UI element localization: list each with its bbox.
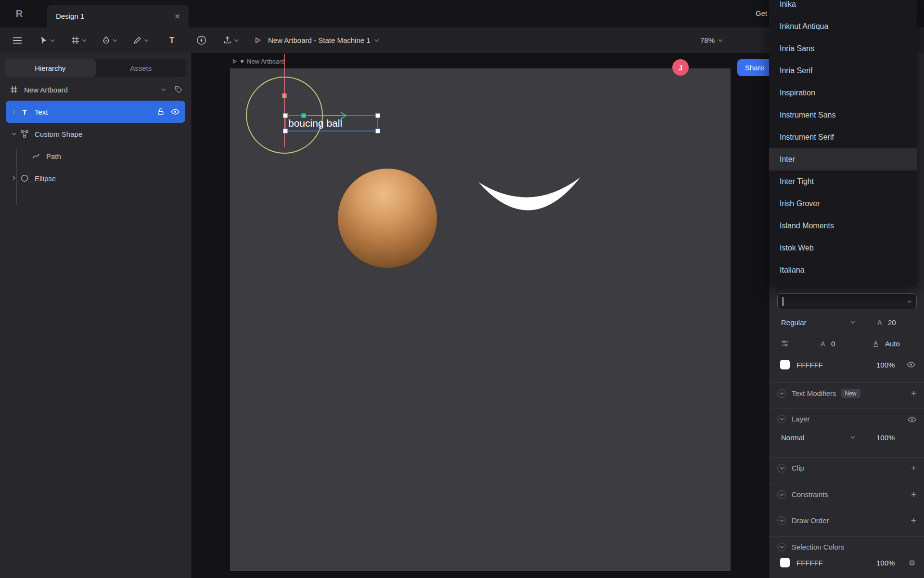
chevron-down-icon[interactable] [113, 39, 117, 42]
section-constraints[interactable]: Constraints + [770, 484, 924, 505]
chevron-down-icon[interactable] [907, 300, 911, 303]
plus-icon[interactable]: + [911, 389, 916, 398]
frame-icon [71, 36, 79, 44]
section-draw-order[interactable]: Draw Order + [770, 510, 924, 531]
blend-mode-row: Normal 100% [777, 429, 916, 446]
font-option[interactable]: Instrument Sans [769, 104, 917, 126]
layer-opacity-field[interactable]: 100% [876, 434, 895, 442]
line-height-field[interactable]: Auto [885, 340, 900, 348]
path-icon [32, 152, 40, 160]
font-option[interactable]: Italiana [769, 259, 917, 281]
hamburger-icon [13, 37, 22, 44]
font-option[interactable]: Inter Tight [769, 171, 917, 193]
export-button[interactable] [223, 27, 239, 53]
sphere-shape[interactable] [338, 169, 437, 268]
section-layer[interactable]: Layer [770, 408, 924, 429]
letter-spacing-field[interactable]: 0 [831, 340, 835, 348]
artboard-tool-button[interactable] [71, 27, 87, 53]
plus-icon[interactable]: + [911, 516, 916, 525]
close-tab-icon[interactable]: × [175, 12, 180, 21]
tab-assets[interactable]: Assets [96, 59, 187, 77]
chevron-right-icon[interactable] [13, 176, 15, 181]
artboard-state-selector[interactable]: New Artboard - State Machine 1 [268, 27, 379, 53]
tree-row-label: Text [35, 108, 48, 116]
spacing-row: A 0 A Auto [777, 335, 916, 352]
eye-icon[interactable] [907, 362, 915, 368]
selection-opacity-field[interactable]: 100% [876, 559, 895, 567]
text-tool-button[interactable]: T [169, 27, 174, 53]
tree-row-path[interactable]: Path [0, 145, 191, 167]
chevron-down-icon[interactable] [234, 39, 239, 42]
tab-hierarchy[interactable]: Hierarchy [5, 59, 96, 77]
get-link[interactable]: Get [756, 9, 767, 17]
font-family-input[interactable] [777, 293, 917, 309]
tree-row-artboard[interactable]: New Artboard [0, 79, 191, 101]
font-option[interactable]: Inknut Antiqua [769, 15, 917, 38]
rive-logo[interactable]: R [13, 7, 26, 20]
pencil-icon [133, 36, 141, 44]
font-option[interactable]: Inria Sans [769, 38, 917, 60]
font-option[interactable]: Istok Web [769, 237, 917, 259]
font-weight-select[interactable]: Regular [781, 318, 807, 327]
zoom-selector[interactable]: 78% [700, 27, 723, 53]
text-element[interactable]: boucing ball [288, 118, 380, 130]
unlock-icon[interactable] [157, 108, 164, 116]
selection-color-row: FFFFFF 100% ⚙ [777, 554, 916, 571]
chevron-right-icon[interactable] [13, 109, 15, 114]
chevron-down-icon[interactable] [82, 39, 87, 42]
play-button[interactable] [254, 27, 261, 53]
document-tab[interactable]: Design 1 × [47, 5, 189, 27]
events-tool-button[interactable] [196, 27, 206, 53]
font-size-field[interactable]: 20 [888, 318, 896, 327]
eye-icon[interactable] [908, 417, 916, 422]
chevron-down-icon[interactable] [144, 39, 149, 42]
section-clip[interactable]: Clip + [770, 457, 924, 478]
section-chevron-icon[interactable] [777, 389, 786, 398]
play-icon[interactable] [232, 59, 237, 64]
color-swatch[interactable] [780, 360, 790, 369]
menu-button[interactable] [13, 27, 22, 53]
tree-row-custom-shape[interactable]: Custom Shape [0, 123, 191, 145]
chevron-down-icon[interactable] [850, 321, 855, 324]
font-option[interactable]: Inria Serif [769, 60, 917, 82]
eye-icon[interactable] [171, 109, 180, 115]
sliders-icon[interactable] [781, 341, 789, 346]
font-option[interactable]: Instrument Serif [769, 126, 917, 148]
chevron-down-icon[interactable] [50, 39, 55, 42]
chevron-down-icon[interactable] [850, 436, 855, 439]
chevron-down-icon[interactable] [12, 132, 16, 135]
font-option[interactable]: Inika [769, 0, 917, 15]
font-option[interactable]: Irish Grover [769, 193, 917, 215]
font-option[interactable]: Island Moments [769, 215, 917, 237]
selection-hex-field[interactable]: FFFFFF [796, 559, 823, 567]
artboard-header[interactable]: New Artboard [232, 56, 285, 66]
pen-tool-button[interactable] [102, 27, 117, 53]
section-text-modifiers[interactable]: Text Modifiers New + [770, 382, 924, 404]
font-option[interactable]: Inspiration [769, 82, 917, 104]
color-swatch[interactable] [780, 558, 790, 567]
fill-hex-field[interactable]: FFFFFF [796, 361, 823, 369]
tree-row-text-selected[interactable]: T Text [6, 101, 185, 123]
section-chevron-icon[interactable] [777, 516, 786, 525]
text-tool-icon: T [169, 36, 174, 45]
fill-opacity-field[interactable]: 100% [876, 361, 895, 369]
plus-icon[interactable]: + [911, 463, 916, 473]
avatar[interactable]: J [672, 59, 689, 76]
section-label: Constraints [792, 490, 828, 499]
plus-icon[interactable]: + [911, 490, 916, 499]
gear-icon[interactable]: ⚙ [909, 558, 915, 567]
select-tool-button[interactable] [39, 27, 55, 53]
section-chevron-icon[interactable] [777, 490, 786, 499]
shape-tool-button[interactable] [133, 27, 149, 53]
blend-mode-select[interactable]: Normal [781, 434, 804, 442]
section-label: Selection Colors [792, 543, 844, 551]
tree-row-ellipse[interactable]: Ellipse [0, 167, 191, 189]
tag-icon[interactable] [175, 86, 182, 93]
chevron-down-icon[interactable] [161, 88, 166, 91]
bolt-icon [196, 35, 206, 45]
section-chevron-icon[interactable] [777, 415, 786, 423]
font-option-highlighted[interactable]: Inter [769, 148, 917, 171]
ellipse-shape[interactable] [246, 77, 323, 154]
section-chevron-icon[interactable] [777, 464, 786, 473]
section-chevron-icon[interactable] [777, 543, 786, 552]
